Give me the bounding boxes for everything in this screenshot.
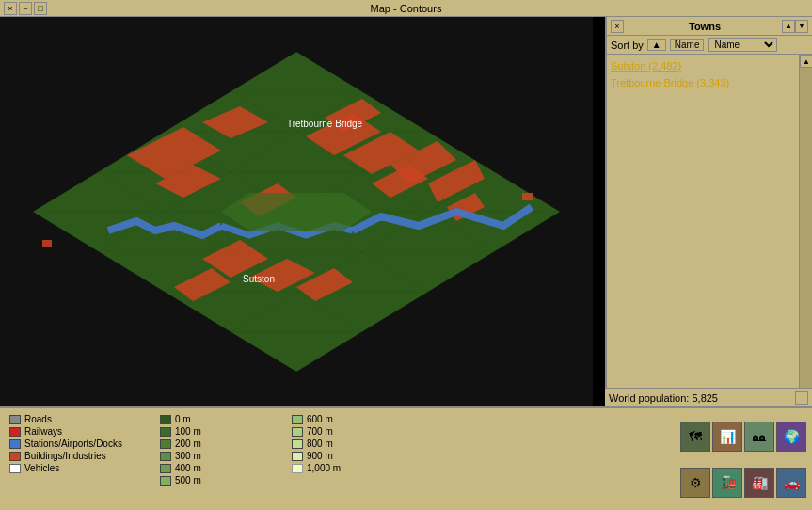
900m-label: 900 m bbox=[307, 451, 333, 461]
legend-700m: 700 m bbox=[292, 426, 367, 437]
title-bar: × − □ Map - Contours bbox=[0, 0, 812, 17]
svg-marker-34 bbox=[221, 193, 372, 231]
svg-text:Tretbourne Bridge: Tretbourne Bridge bbox=[287, 119, 363, 129]
towns-panel-header: × Towns ▲ ▼ bbox=[607, 17, 812, 36]
towns-scrollbar[interactable]: ▲ ▼ bbox=[799, 55, 812, 406]
buildings-label: Buildings/Industries bbox=[24, 451, 106, 461]
200m-label: 200 m bbox=[175, 438, 201, 449]
legend-railways: Railways bbox=[9, 426, 141, 437]
bottom-panel: Roads Railways Stations/Airports/Docks B… bbox=[0, 406, 812, 510]
scroll-track bbox=[800, 68, 812, 393]
800m-label: 800 m bbox=[307, 438, 333, 449]
roads-color bbox=[9, 415, 21, 424]
sort-by-label: Sort by bbox=[611, 40, 644, 51]
legend-500m: 500 m bbox=[160, 475, 273, 486]
500m-color bbox=[160, 476, 171, 486]
sort-name-button[interactable]: Name bbox=[670, 39, 705, 51]
1000m-color bbox=[292, 464, 303, 473]
sort-bar: Sort by ▲ Name Name Population bbox=[607, 36, 812, 55]
300m-label: 300 m bbox=[175, 451, 201, 461]
sort-direction-button[interactable]: ▲ bbox=[647, 39, 666, 51]
stations-color bbox=[9, 439, 21, 449]
towns-content: Sutston (2,482) Tretbourne Bridge (3,343… bbox=[607, 55, 799, 406]
sort-dropdown[interactable]: Name Population bbox=[708, 38, 777, 52]
toolbar-icon-map[interactable]: 🗺 bbox=[680, 422, 710, 452]
towns-list: Sutston (2,482) Tretbourne Bridge (3,343… bbox=[607, 55, 799, 406]
100m-label: 100 m bbox=[175, 426, 201, 437]
toolbar: 🗺 📊 🏘 🌍 ⚙ 🚂 🏭 🚗 bbox=[661, 408, 812, 510]
towns-scroll-down[interactable]: ▼ bbox=[795, 20, 808, 33]
town-item-tretbourne[interactable]: Tretbourne Bridge (3,343) bbox=[611, 75, 795, 92]
svg-rect-36 bbox=[42, 240, 52, 247]
200m-color bbox=[160, 439, 171, 449]
legend-roads: Roads bbox=[9, 414, 141, 424]
world-pop-scrollbar[interactable] bbox=[795, 391, 808, 405]
close-button[interactable]: × bbox=[4, 2, 17, 15]
0m-label: 0 m bbox=[175, 414, 191, 424]
legend-100m: 100 m bbox=[160, 426, 273, 437]
maximize-button[interactable]: □ bbox=[34, 2, 47, 15]
legend-800m: 800 m bbox=[292, 438, 367, 449]
900m-color bbox=[292, 452, 303, 461]
vehicles-color bbox=[9, 464, 21, 473]
legend-contours-1: 0 m 100 m 200 m 300 m 400 m 500 m bbox=[160, 414, 273, 504]
toolbar-icon-industry[interactable]: 🏭 bbox=[744, 468, 774, 498]
500m-label: 500 m bbox=[175, 475, 201, 486]
legend-buildings: Buildings/Industries bbox=[9, 451, 141, 461]
svg-text:Sutston: Sutston bbox=[243, 274, 275, 284]
legend-200m: 200 m bbox=[160, 438, 273, 449]
legend-stations: Stations/Airports/Docks bbox=[9, 438, 141, 449]
roads-label: Roads bbox=[24, 414, 52, 424]
toolbar-icon-towns[interactable]: 🏘 bbox=[744, 422, 774, 452]
800m-color bbox=[292, 439, 303, 449]
legend-400m: 400 m bbox=[160, 463, 273, 473]
legend-section: Roads Railways Stations/Airports/Docks B… bbox=[0, 408, 661, 510]
300m-color bbox=[160, 452, 171, 461]
world-population-bar: World population: 5,825 bbox=[605, 388, 812, 406]
legend-0m: 0 m bbox=[160, 414, 273, 424]
map-canvas: Tretbourne Bridge Sutston bbox=[0, 17, 593, 406]
700m-color bbox=[292, 427, 303, 437]
legend-contours-2: 600 m 700 m 800 m 900 m 1,000 m bbox=[292, 414, 367, 504]
railways-color bbox=[9, 427, 21, 437]
toolbar-icon-settings[interactable]: ⚙ bbox=[680, 468, 710, 498]
buildings-color bbox=[9, 452, 21, 461]
toolbar-icon-globe[interactable]: 🌍 bbox=[776, 422, 806, 452]
minimize-button[interactable]: − bbox=[19, 2, 32, 15]
toolbar-icon-vehicle[interactable]: 🚗 bbox=[776, 468, 806, 498]
legend-300m: 300 m bbox=[160, 451, 273, 461]
700m-label: 700 m bbox=[307, 426, 333, 437]
map-area[interactable]: Tretbourne Bridge Sutston bbox=[0, 17, 593, 406]
1000m-label: 1,000 m bbox=[307, 463, 341, 473]
600m-color bbox=[292, 415, 303, 424]
legend-900m: 900 m bbox=[292, 451, 367, 461]
100m-color bbox=[160, 427, 171, 437]
0m-color bbox=[160, 415, 171, 424]
world-population-text: World population: 5,825 bbox=[609, 392, 718, 404]
legend-1000m: 1,000 m bbox=[292, 463, 367, 473]
legend-600m: 600 m bbox=[292, 414, 367, 424]
towns-panel-title: Towns bbox=[628, 21, 782, 32]
toolbar-icon-rail[interactable]: 🚂 bbox=[712, 468, 742, 498]
town-item-sutston[interactable]: Sutston (2,482) bbox=[611, 58, 795, 75]
towns-close-button[interactable]: × bbox=[611, 20, 624, 33]
window-title: Map - Contours bbox=[47, 3, 765, 14]
400m-color bbox=[160, 464, 171, 473]
vehicles-label: Vehicles bbox=[24, 463, 59, 473]
stations-label: Stations/Airports/Docks bbox=[24, 438, 122, 449]
title-buttons: × − □ bbox=[4, 2, 47, 15]
toolbar-icon-chart[interactable]: 📊 bbox=[712, 422, 742, 452]
towns-list-container: Sutston (2,482) Tretbourne Bridge (3,343… bbox=[607, 55, 812, 406]
svg-rect-35 bbox=[522, 193, 533, 200]
legend-categories: Roads Railways Stations/Airports/Docks B… bbox=[9, 414, 141, 504]
railways-label: Railways bbox=[24, 426, 62, 437]
400m-label: 400 m bbox=[175, 463, 201, 473]
towns-scroll-up[interactable]: ▲ bbox=[782, 20, 795, 33]
legend-vehicles: Vehicles bbox=[9, 463, 141, 473]
towns-panel: × Towns ▲ ▼ Sort by ▲ Name Name Populati… bbox=[605, 17, 812, 406]
scroll-up-arrow[interactable]: ▲ bbox=[800, 55, 812, 68]
600m-label: 600 m bbox=[307, 414, 333, 424]
